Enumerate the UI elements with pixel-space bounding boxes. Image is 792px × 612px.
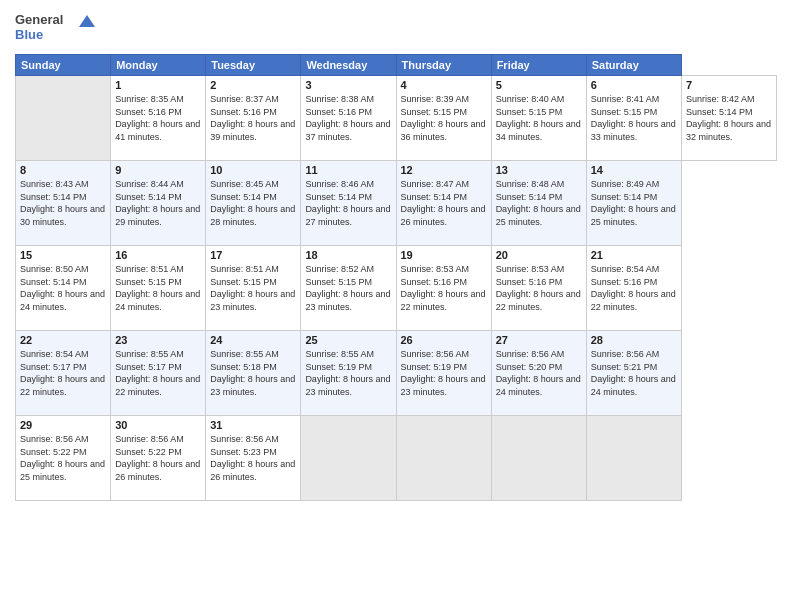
- day-number: 5: [496, 79, 582, 91]
- day-cell: 1Sunrise: 8:35 AMSunset: 5:16 PMDaylight…: [111, 76, 206, 161]
- day-detail: Sunrise: 8:53 AMSunset: 5:16 PMDaylight:…: [401, 264, 486, 312]
- day-cell: 6Sunrise: 8:41 AMSunset: 5:15 PMDaylight…: [586, 76, 681, 161]
- day-number: 8: [20, 164, 106, 176]
- day-detail: Sunrise: 8:55 AMSunset: 5:17 PMDaylight:…: [115, 349, 200, 397]
- day-cell: [491, 416, 586, 501]
- week-row-4: 29Sunrise: 8:56 AMSunset: 5:22 PMDayligh…: [16, 416, 777, 501]
- empty-cell: [16, 76, 111, 161]
- day-number: 31: [210, 419, 296, 431]
- day-cell: 8Sunrise: 8:43 AMSunset: 5:14 PMDaylight…: [16, 161, 111, 246]
- day-cell: 27Sunrise: 8:56 AMSunset: 5:20 PMDayligh…: [491, 331, 586, 416]
- day-detail: Sunrise: 8:42 AMSunset: 5:14 PMDaylight:…: [686, 94, 771, 142]
- day-number: 23: [115, 334, 201, 346]
- day-number: 21: [591, 249, 677, 261]
- day-detail: Sunrise: 8:56 AMSunset: 5:23 PMDaylight:…: [210, 434, 295, 482]
- col-header-friday: Friday: [491, 55, 586, 76]
- day-detail: Sunrise: 8:43 AMSunset: 5:14 PMDaylight:…: [20, 179, 105, 227]
- day-cell: 10Sunrise: 8:45 AMSunset: 5:14 PMDayligh…: [206, 161, 301, 246]
- week-row-1: 8Sunrise: 8:43 AMSunset: 5:14 PMDaylight…: [16, 161, 777, 246]
- day-cell: 12Sunrise: 8:47 AMSunset: 5:14 PMDayligh…: [396, 161, 491, 246]
- day-cell: [586, 416, 681, 501]
- day-cell: 25Sunrise: 8:55 AMSunset: 5:19 PMDayligh…: [301, 331, 396, 416]
- day-number: 9: [115, 164, 201, 176]
- day-cell: 26Sunrise: 8:56 AMSunset: 5:19 PMDayligh…: [396, 331, 491, 416]
- day-detail: Sunrise: 8:52 AMSunset: 5:15 PMDaylight:…: [305, 264, 390, 312]
- day-detail: Sunrise: 8:56 AMSunset: 5:22 PMDaylight:…: [20, 434, 105, 482]
- day-detail: Sunrise: 8:44 AMSunset: 5:14 PMDaylight:…: [115, 179, 200, 227]
- day-cell: 7Sunrise: 8:42 AMSunset: 5:14 PMDaylight…: [681, 76, 776, 161]
- day-detail: Sunrise: 8:56 AMSunset: 5:20 PMDaylight:…: [496, 349, 581, 397]
- day-detail: Sunrise: 8:39 AMSunset: 5:15 PMDaylight:…: [401, 94, 486, 142]
- day-cell: 15Sunrise: 8:50 AMSunset: 5:14 PMDayligh…: [16, 246, 111, 331]
- day-cell: 30Sunrise: 8:56 AMSunset: 5:22 PMDayligh…: [111, 416, 206, 501]
- day-number: 30: [115, 419, 201, 431]
- day-number: 19: [401, 249, 487, 261]
- day-detail: Sunrise: 8:48 AMSunset: 5:14 PMDaylight:…: [496, 179, 581, 227]
- day-cell: 28Sunrise: 8:56 AMSunset: 5:21 PMDayligh…: [586, 331, 681, 416]
- day-detail: Sunrise: 8:53 AMSunset: 5:16 PMDaylight:…: [496, 264, 581, 312]
- day-number: 15: [20, 249, 106, 261]
- day-cell: 24Sunrise: 8:55 AMSunset: 5:18 PMDayligh…: [206, 331, 301, 416]
- day-cell: 11Sunrise: 8:46 AMSunset: 5:14 PMDayligh…: [301, 161, 396, 246]
- day-number: 12: [401, 164, 487, 176]
- day-number: 7: [686, 79, 772, 91]
- day-number: 3: [305, 79, 391, 91]
- col-header-tuesday: Tuesday: [206, 55, 301, 76]
- day-number: 29: [20, 419, 106, 431]
- day-number: 18: [305, 249, 391, 261]
- day-detail: Sunrise: 8:56 AMSunset: 5:19 PMDaylight:…: [401, 349, 486, 397]
- day-cell: [301, 416, 396, 501]
- day-cell: 18Sunrise: 8:52 AMSunset: 5:15 PMDayligh…: [301, 246, 396, 331]
- calendar-header-row: SundayMondayTuesdayWednesdayThursdayFrid…: [16, 55, 777, 76]
- week-row-0: 1Sunrise: 8:35 AMSunset: 5:16 PMDaylight…: [16, 76, 777, 161]
- day-number: 25: [305, 334, 391, 346]
- day-cell: 3Sunrise: 8:38 AMSunset: 5:16 PMDaylight…: [301, 76, 396, 161]
- page-container: General Blue SundayMondayTuesdayWednesda…: [0, 0, 792, 612]
- day-detail: Sunrise: 8:55 AMSunset: 5:19 PMDaylight:…: [305, 349, 390, 397]
- day-cell: 20Sunrise: 8:53 AMSunset: 5:16 PMDayligh…: [491, 246, 586, 331]
- svg-text:Blue: Blue: [15, 27, 43, 42]
- day-detail: Sunrise: 8:56 AMSunset: 5:21 PMDaylight:…: [591, 349, 676, 397]
- header: General Blue: [15, 10, 777, 46]
- day-number: 28: [591, 334, 677, 346]
- logo-svg: General Blue: [15, 10, 95, 46]
- day-number: 22: [20, 334, 106, 346]
- day-number: 17: [210, 249, 296, 261]
- week-row-2: 15Sunrise: 8:50 AMSunset: 5:14 PMDayligh…: [16, 246, 777, 331]
- day-detail: Sunrise: 8:51 AMSunset: 5:15 PMDaylight:…: [115, 264, 200, 312]
- col-header-thursday: Thursday: [396, 55, 491, 76]
- svg-marker-2: [79, 15, 95, 27]
- day-detail: Sunrise: 8:49 AMSunset: 5:14 PMDaylight:…: [591, 179, 676, 227]
- day-cell: 23Sunrise: 8:55 AMSunset: 5:17 PMDayligh…: [111, 331, 206, 416]
- day-number: 24: [210, 334, 296, 346]
- day-cell: 21Sunrise: 8:54 AMSunset: 5:16 PMDayligh…: [586, 246, 681, 331]
- day-cell: [396, 416, 491, 501]
- day-number: 10: [210, 164, 296, 176]
- day-cell: 13Sunrise: 8:48 AMSunset: 5:14 PMDayligh…: [491, 161, 586, 246]
- calendar-table: SundayMondayTuesdayWednesdayThursdayFrid…: [15, 54, 777, 501]
- day-number: 4: [401, 79, 487, 91]
- day-detail: Sunrise: 8:50 AMSunset: 5:14 PMDaylight:…: [20, 264, 105, 312]
- day-cell: 14Sunrise: 8:49 AMSunset: 5:14 PMDayligh…: [586, 161, 681, 246]
- day-cell: 5Sunrise: 8:40 AMSunset: 5:15 PMDaylight…: [491, 76, 586, 161]
- day-number: 2: [210, 79, 296, 91]
- col-header-monday: Monday: [111, 55, 206, 76]
- day-cell: 9Sunrise: 8:44 AMSunset: 5:14 PMDaylight…: [111, 161, 206, 246]
- col-header-sunday: Sunday: [16, 55, 111, 76]
- day-cell: 2Sunrise: 8:37 AMSunset: 5:16 PMDaylight…: [206, 76, 301, 161]
- day-detail: Sunrise: 8:46 AMSunset: 5:14 PMDaylight:…: [305, 179, 390, 227]
- day-cell: 19Sunrise: 8:53 AMSunset: 5:16 PMDayligh…: [396, 246, 491, 331]
- day-number: 20: [496, 249, 582, 261]
- day-number: 27: [496, 334, 582, 346]
- day-cell: 16Sunrise: 8:51 AMSunset: 5:15 PMDayligh…: [111, 246, 206, 331]
- day-detail: Sunrise: 8:55 AMSunset: 5:18 PMDaylight:…: [210, 349, 295, 397]
- day-cell: 29Sunrise: 8:56 AMSunset: 5:22 PMDayligh…: [16, 416, 111, 501]
- day-detail: Sunrise: 8:40 AMSunset: 5:15 PMDaylight:…: [496, 94, 581, 142]
- day-cell: 22Sunrise: 8:54 AMSunset: 5:17 PMDayligh…: [16, 331, 111, 416]
- day-number: 13: [496, 164, 582, 176]
- day-detail: Sunrise: 8:35 AMSunset: 5:16 PMDaylight:…: [115, 94, 200, 142]
- day-detail: Sunrise: 8:47 AMSunset: 5:14 PMDaylight:…: [401, 179, 486, 227]
- day-detail: Sunrise: 8:51 AMSunset: 5:15 PMDaylight:…: [210, 264, 295, 312]
- col-header-saturday: Saturday: [586, 55, 681, 76]
- day-cell: 4Sunrise: 8:39 AMSunset: 5:15 PMDaylight…: [396, 76, 491, 161]
